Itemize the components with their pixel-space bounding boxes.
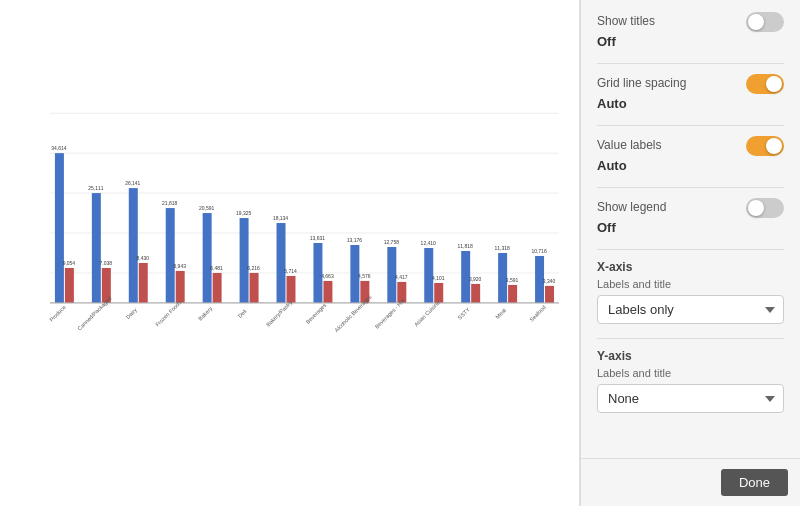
y-axis-title: Y-axis — [597, 349, 784, 363]
grid-line-spacing-setting: Grid line spacing Auto — [597, 74, 784, 111]
svg-text:4,101: 4,101 — [432, 275, 445, 281]
show-titles-value: Off — [597, 34, 784, 49]
svg-text:Produce: Produce — [48, 304, 67, 323]
show-titles-setting: Show titles Off — [597, 12, 784, 49]
show-legend-label: Show legend — [597, 200, 666, 214]
svg-text:Asian Cuisine: Asian Cuisine — [413, 299, 441, 327]
value-labels-label: Value labels — [597, 138, 662, 152]
svg-text:Seafood: Seafood — [528, 304, 547, 323]
svg-text:6,943: 6,943 — [173, 263, 186, 269]
x-axis-sub-label: Labels and title — [597, 278, 784, 290]
svg-text:Bakery: Bakery — [197, 305, 213, 321]
svg-text:SSTY: SSTY — [457, 306, 472, 321]
svg-rect-30 — [277, 223, 286, 303]
svg-rect-51 — [471, 284, 480, 303]
settings-panel: Show titles Off Grid line spacing Auto V… — [580, 0, 800, 506]
svg-text:9,054: 9,054 — [63, 260, 76, 266]
divider-1 — [597, 63, 784, 64]
grid-line-spacing-value: Auto — [597, 96, 784, 111]
svg-text:3,340: 3,340 — [543, 278, 556, 284]
svg-text:19,325: 19,325 — [236, 210, 251, 216]
svg-rect-7 — [65, 268, 74, 303]
svg-text:11,318: 11,318 — [494, 245, 509, 251]
svg-text:10,716: 10,716 — [531, 248, 546, 254]
svg-rect-55 — [508, 285, 517, 303]
svg-rect-6 — [55, 153, 64, 303]
svg-text:Frozen Foods: Frozen Foods — [154, 299, 182, 327]
divider-4 — [597, 249, 784, 250]
svg-text:3,920: 3,920 — [469, 276, 482, 282]
svg-text:Beverages: Beverages — [305, 302, 328, 325]
show-titles-label: Show titles — [597, 14, 655, 28]
svg-text:6,216: 6,216 — [247, 265, 260, 271]
svg-rect-26 — [240, 218, 249, 303]
svg-rect-27 — [250, 273, 259, 303]
svg-text:3,591: 3,591 — [506, 277, 519, 283]
show-legend-value: Off — [597, 220, 784, 235]
x-axis-setting: X-axis Labels and title Labels only Labe… — [597, 260, 784, 324]
svg-text:Deli: Deli — [237, 308, 248, 319]
x-axis-title: X-axis — [597, 260, 784, 274]
svg-text:13,176: 13,176 — [347, 237, 362, 243]
svg-text:Meat: Meat — [494, 307, 507, 320]
show-titles-toggle[interactable] — [746, 12, 784, 32]
grid-line-spacing-toggle[interactable] — [746, 74, 784, 94]
svg-text:Dairy: Dairy — [125, 307, 138, 320]
svg-text:4,663: 4,663 — [321, 273, 334, 279]
svg-rect-31 — [287, 276, 296, 303]
svg-text:6,481: 6,481 — [210, 265, 223, 271]
bar-chart: 34,614 9,054 25,111 7,038 26,141 8,430 2… — [10, 20, 569, 466]
divider-5 — [597, 338, 784, 339]
svg-text:26,141: 26,141 — [125, 180, 140, 186]
svg-rect-59 — [545, 286, 554, 303]
svg-rect-18 — [166, 208, 175, 303]
svg-rect-22 — [203, 213, 212, 303]
svg-rect-23 — [213, 273, 222, 303]
grid-line-spacing-label: Grid line spacing — [597, 76, 686, 90]
divider-3 — [597, 187, 784, 188]
svg-text:12,758: 12,758 — [384, 239, 399, 245]
svg-text:12,410: 12,410 — [421, 240, 436, 246]
done-button[interactable]: Done — [721, 469, 788, 496]
svg-text:20,591: 20,591 — [199, 205, 214, 211]
svg-text:34,614: 34,614 — [51, 145, 66, 151]
svg-rect-14 — [129, 188, 138, 303]
show-legend-setting: Show legend Off — [597, 198, 784, 235]
bottom-bar: Done — [581, 458, 800, 506]
svg-text:7,038: 7,038 — [100, 260, 113, 266]
svg-text:25,111: 25,111 — [88, 185, 103, 191]
chart-area: 34,614 9,054 25,111 7,038 26,141 8,430 2… — [0, 0, 580, 506]
svg-text:8,430: 8,430 — [137, 255, 150, 261]
svg-text:5,714: 5,714 — [284, 268, 297, 274]
svg-text:21,818: 21,818 — [162, 200, 177, 206]
svg-text:18,134: 18,134 — [273, 215, 288, 221]
y-axis-dropdown[interactable]: None Labels only Labels and title Title … — [597, 384, 784, 413]
svg-rect-19 — [176, 271, 185, 303]
x-axis-dropdown[interactable]: Labels only Labels and title Title only … — [597, 295, 784, 324]
show-legend-toggle[interactable] — [746, 198, 784, 218]
svg-rect-35 — [323, 281, 332, 303]
svg-text:4,576: 4,576 — [358, 273, 371, 279]
svg-rect-15 — [139, 263, 148, 303]
svg-text:11,818: 11,818 — [458, 243, 473, 249]
settings-content: Show titles Off Grid line spacing Auto V… — [581, 0, 800, 458]
y-axis-sub-label: Labels and title — [597, 367, 784, 379]
value-labels-toggle[interactable] — [746, 136, 784, 156]
y-axis-setting: Y-axis Labels and title None Labels only… — [597, 349, 784, 413]
svg-rect-10 — [92, 193, 101, 303]
divider-2 — [597, 125, 784, 126]
svg-text:4,417: 4,417 — [395, 274, 408, 280]
svg-text:13,631: 13,631 — [310, 235, 325, 241]
value-labels-value: Auto — [597, 158, 784, 173]
value-labels-setting: Value labels Auto — [597, 136, 784, 173]
